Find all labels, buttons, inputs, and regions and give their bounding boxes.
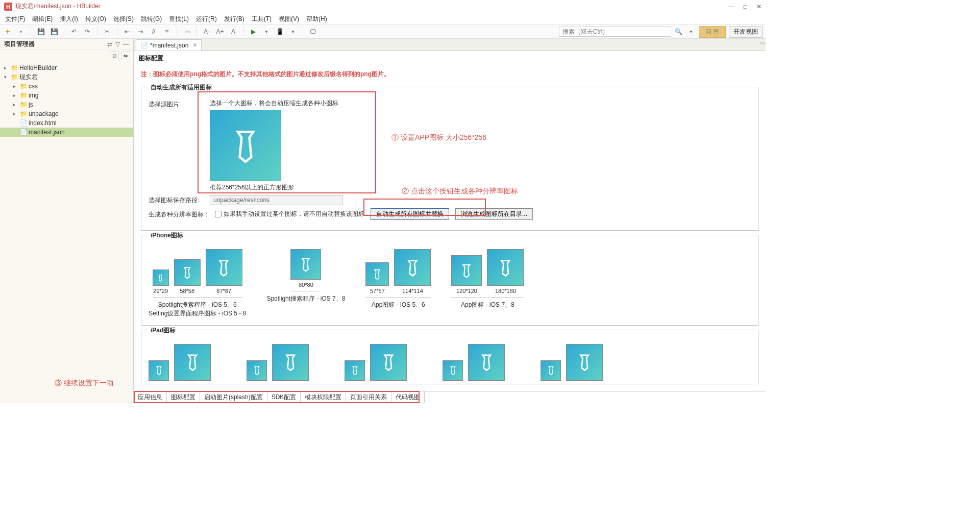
ask-button[interactable]: 问 答 xyxy=(699,26,726,38)
font-reset-icon[interactable]: A xyxy=(229,27,238,36)
toggle-icon[interactable]: ▭ xyxy=(182,27,191,36)
icon-group: 80*80Spotlight搜索程序 - iOS 7、8 xyxy=(266,249,345,318)
panel-header: 自动生成所有适用图标 xyxy=(149,83,214,92)
font-dec-icon[interactable]: A- xyxy=(202,27,211,36)
generate-button[interactable]: 自动生成所有图标并替换 xyxy=(371,208,449,220)
editor-min-icon[interactable]: ▭ xyxy=(760,40,765,45)
save-path-input[interactable] xyxy=(210,195,342,205)
sidebar-min-icon[interactable]: — xyxy=(123,41,129,48)
tree-row[interactable]: 📄index.html xyxy=(0,118,133,128)
tree-row[interactable]: 📄manifest.json xyxy=(0,128,133,137)
indent-icon[interactable]: ⇥ xyxy=(136,27,145,36)
icon-slot[interactable]: 58*58 xyxy=(174,259,201,294)
menu-item[interactable]: 插入(I) xyxy=(60,15,78,23)
icon-group: 120*120180*180App图标 - iOS 7、8 xyxy=(451,249,524,318)
menu-item[interactable]: 查找(L) xyxy=(169,15,189,23)
device-icon[interactable]: 📱 xyxy=(275,27,284,36)
icon-slot[interactable] xyxy=(345,360,365,381)
font-inc-icon[interactable]: A+ xyxy=(215,27,225,36)
sidebar-link-icon[interactable]: ⇄ xyxy=(107,41,112,48)
menu-item[interactable]: 转义(O) xyxy=(85,15,106,23)
save-all-icon[interactable]: 💾 xyxy=(50,27,59,36)
menu-item[interactable]: 视图(V) xyxy=(279,15,299,23)
sidebar-title: 项目管理器 xyxy=(4,40,35,48)
tree-row[interactable]: ▸📁HelloHBuilder xyxy=(0,63,133,72)
icon-slot[interactable] xyxy=(468,344,505,381)
cut-icon[interactable]: ✂ xyxy=(103,27,112,36)
search-dropdown-icon[interactable]: ▼ xyxy=(687,27,696,36)
icon-slot[interactable] xyxy=(149,360,169,381)
icon-slot[interactable]: 114*114 xyxy=(394,249,431,294)
new-dropdown-icon[interactable]: ▼ xyxy=(16,27,26,36)
icon-group: 29*2958*5887*87Spotlight搜索程序 - iOS 5、6Se… xyxy=(149,249,246,318)
tree-row[interactable]: ▸📁img xyxy=(0,91,133,100)
undo-icon[interactable]: ↶ xyxy=(69,27,79,36)
format-icon[interactable]: ≡ xyxy=(162,27,172,36)
file-icon: 📄 xyxy=(140,42,148,49)
project-tree[interactable]: ▸📁HelloHBuilder▾📁现实君▸📁css▸📁img▸📁js▸📁unpa… xyxy=(0,61,133,139)
menu-item[interactable]: 运行(R) xyxy=(196,15,217,23)
tree-row[interactable]: ▸📁js xyxy=(0,100,133,109)
maximize-button[interactable]: □ xyxy=(744,3,747,10)
menu-item[interactable]: 工具(T) xyxy=(252,15,272,23)
icon-slot[interactable] xyxy=(443,360,463,381)
search-icon[interactable]: 🔍 xyxy=(674,27,683,36)
icon-slot[interactable]: 120*120 xyxy=(451,255,482,294)
icon-slot[interactable] xyxy=(370,344,407,381)
icon-slot[interactable]: 180*180 xyxy=(487,249,524,294)
run-dropdown-icon[interactable]: ▼ xyxy=(262,27,271,36)
search-input[interactable] xyxy=(559,27,671,37)
sidebar: 项目管理器 ⇄ ▽ — ⊟ ⇆ ▸📁HelloHBuilder▾📁现实君▸📁cs… xyxy=(0,39,134,403)
minimize-button[interactable]: — xyxy=(728,3,734,10)
browse-button[interactable]: 浏览生成图标所在目录... xyxy=(455,208,533,220)
sidebar-sync-icon[interactable]: ⇆ xyxy=(121,51,130,60)
bottom-tab[interactable]: 启动图片(splash)配置 xyxy=(200,391,267,403)
close-button[interactable]: ✕ xyxy=(756,3,762,10)
icon-slot[interactable]: 29*29 xyxy=(153,269,169,294)
device-dropdown-icon[interactable]: ▼ xyxy=(288,27,298,36)
panel-iphone-icons: iPhone图标 29*2958*5887*87Spotlight搜索程序 - … xyxy=(141,235,758,326)
icon-slot[interactable]: 87*87 xyxy=(206,249,242,294)
dev-view-button[interactable]: 开发视图 xyxy=(729,26,763,38)
label-generate: 生成各种分辨率图标： xyxy=(149,209,215,219)
sidebar-menu-icon[interactable]: ▽ xyxy=(115,41,120,48)
menu-item[interactable]: 发行(B) xyxy=(224,15,244,23)
bottom-tab[interactable]: 代码视图 xyxy=(391,391,425,403)
icon-slot[interactable]: 80*80 xyxy=(290,249,321,288)
icon-slot[interactable] xyxy=(566,344,603,381)
no-replace-checkbox[interactable]: 如果我手动设置过某个图标，请不用自动替换该图标 xyxy=(215,210,364,218)
panel-header-iphone: iPhone图标 xyxy=(149,231,185,240)
bottom-tab[interactable]: 页面引用关系 xyxy=(346,391,391,403)
icon-slot[interactable] xyxy=(174,344,211,381)
menu-item[interactable]: 跳转(G) xyxy=(141,15,162,23)
tab-close-icon[interactable]: ✕ xyxy=(192,42,197,48)
icon-group xyxy=(149,344,211,384)
source-image-preview[interactable] xyxy=(210,110,281,181)
bottom-tab[interactable]: SDK配置 xyxy=(267,391,301,403)
comment-icon[interactable]: // xyxy=(149,27,158,36)
save-icon[interactable]: 💾 xyxy=(36,27,45,36)
tree-row[interactable]: ▾📁现实君 xyxy=(0,72,133,82)
redo-icon[interactable]: ↷ xyxy=(83,27,92,36)
menu-item[interactable]: 编辑(E) xyxy=(32,15,53,23)
icon-slot[interactable] xyxy=(541,360,561,381)
icon-group xyxy=(541,344,603,384)
sidebar-collapse-icon[interactable]: ⊟ xyxy=(110,51,119,60)
tree-row[interactable]: ▸📁unpackage xyxy=(0,109,133,118)
menu-item[interactable]: 文件(F) xyxy=(5,15,25,23)
browser-icon[interactable]: 🖵 xyxy=(308,27,317,36)
icon-group xyxy=(247,344,309,384)
icon-slot[interactable] xyxy=(272,344,309,381)
new-button[interactable]: + xyxy=(3,27,12,36)
icon-slot[interactable] xyxy=(247,360,267,381)
run-icon[interactable]: ▶ xyxy=(249,27,258,36)
menu-item[interactable]: 选择(S) xyxy=(113,15,134,23)
tab-manifest[interactable]: 📄 *manifest.json ✕ xyxy=(136,39,202,51)
bottom-tab[interactable]: 图标配置 xyxy=(167,391,200,403)
bottom-tab[interactable]: 模块权限配置 xyxy=(301,391,346,403)
bottom-tab[interactable]: 应用信息 xyxy=(134,391,167,403)
tree-row[interactable]: ▸📁css xyxy=(0,82,133,91)
menu-item[interactable]: 帮助(H) xyxy=(306,15,327,23)
icon-slot[interactable]: 57*57 xyxy=(365,262,389,294)
outdent-icon[interactable]: ⇤ xyxy=(122,27,132,36)
